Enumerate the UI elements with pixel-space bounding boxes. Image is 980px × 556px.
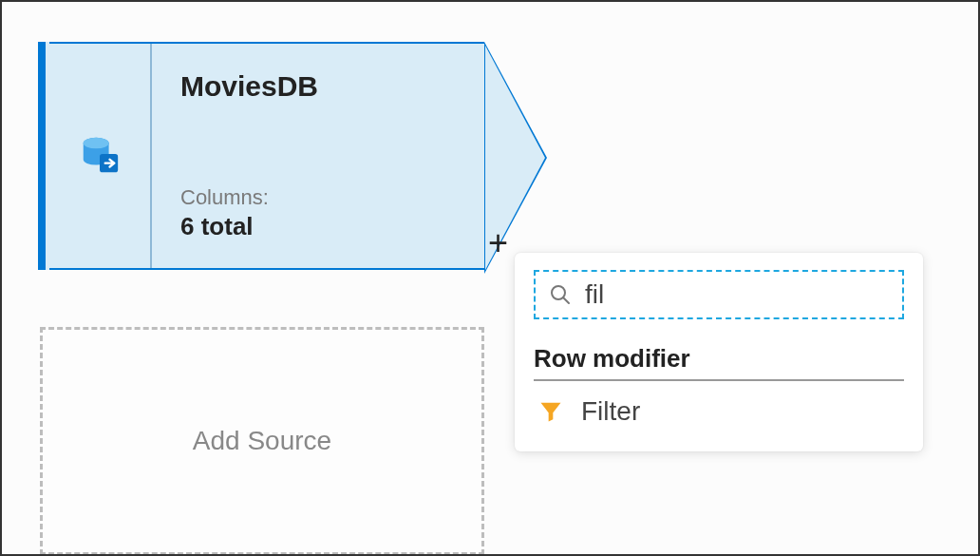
- source-drag-handle[interactable]: [38, 42, 49, 270]
- search-input[interactable]: [585, 279, 889, 310]
- source-columns-value: 6 total: [180, 212, 456, 241]
- add-source-placeholder[interactable]: Add Source: [40, 327, 484, 555]
- source-content: MoviesDB Columns: 6 total: [152, 44, 484, 268]
- search-icon: [549, 283, 572, 306]
- source-columns-label: Columns:: [180, 185, 456, 210]
- source-title: MoviesDB: [180, 70, 456, 103]
- search-box[interactable]: [534, 270, 904, 319]
- add-source-label: Add Source: [193, 426, 331, 456]
- source-meta: Columns: 6 total: [180, 185, 456, 241]
- section-title-row-modifier: Row modifier: [534, 344, 904, 374]
- database-arrow-icon: [78, 134, 122, 178]
- funnel-icon: [537, 398, 564, 425]
- source-node-body: MoviesDB Columns: 6 total: [49, 42, 484, 270]
- transformation-item-label: Filter: [581, 396, 640, 427]
- svg-point-1: [84, 138, 109, 149]
- source-icon-column: [49, 44, 152, 268]
- add-transformation-button[interactable]: +: [484, 222, 512, 264]
- svg-line-4: [563, 297, 569, 303]
- source-node[interactable]: MoviesDB Columns: 6 total: [38, 42, 484, 270]
- transformation-picker-popup: Row modifier Filter: [515, 253, 923, 451]
- transformation-item-filter[interactable]: Filter: [534, 381, 904, 431]
